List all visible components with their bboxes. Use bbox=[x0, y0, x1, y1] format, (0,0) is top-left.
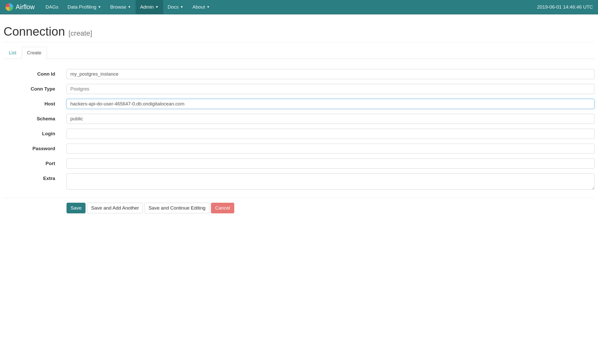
row-login: Login bbox=[4, 129, 594, 139]
brand[interactable]: Airflow bbox=[5, 3, 41, 11]
navbar: Airflow DAGs Data Profiling ▼ Browse ▼ A… bbox=[0, 0, 598, 14]
chevron-down-icon: ▼ bbox=[128, 5, 131, 9]
page-subtitle: [create] bbox=[69, 29, 92, 37]
navbar-nav: DAGs Data Profiling ▼ Browse ▼ Admin ▼ D… bbox=[41, 0, 214, 14]
nav-admin[interactable]: Admin ▼ bbox=[136, 0, 163, 14]
chevron-down-icon: ▼ bbox=[180, 5, 183, 9]
login-input[interactable] bbox=[67, 129, 594, 139]
nav-item-label: About bbox=[193, 4, 205, 10]
row-host: Host bbox=[4, 99, 594, 109]
label-login: Login bbox=[4, 129, 67, 136]
nav-data-profiling[interactable]: Data Profiling ▼ bbox=[63, 0, 106, 14]
airflow-logo-icon bbox=[5, 3, 14, 11]
chevron-down-icon: ▼ bbox=[98, 5, 101, 9]
connection-form: Conn Id Conn Type Host Schema Login bbox=[4, 59, 594, 198]
tab-list[interactable]: List bbox=[4, 47, 22, 59]
cancel-button[interactable]: Cancel bbox=[211, 203, 234, 213]
nav-item-label: Data Profiling bbox=[68, 4, 96, 10]
tabs: List Create bbox=[4, 47, 594, 59]
main-container: Connection [create] List Create Conn Id … bbox=[0, 14, 598, 223]
nav-about[interactable]: About ▼ bbox=[188, 0, 215, 14]
form-actions: Save Save and Add Another Save and Conti… bbox=[4, 198, 594, 213]
schema-input[interactable] bbox=[67, 114, 594, 124]
page-header: Connection [create] bbox=[4, 19, 594, 42]
label-schema: Schema bbox=[4, 114, 67, 122]
navbar-timestamp: 2019-06-01 14:46:46 UTC bbox=[537, 4, 593, 10]
page-title: Connection bbox=[4, 25, 65, 38]
conn-id-input[interactable] bbox=[67, 69, 594, 79]
port-input[interactable] bbox=[67, 158, 594, 169]
chevron-down-icon: ▼ bbox=[155, 5, 159, 9]
label-port: Port bbox=[4, 158, 67, 166]
host-input[interactable] bbox=[67, 99, 594, 109]
save-continue-editing-button[interactable]: Save and Continue Editing bbox=[144, 203, 209, 213]
row-conn-type: Conn Type bbox=[4, 84, 594, 94]
label-extra: Extra bbox=[4, 173, 67, 181]
row-schema: Schema bbox=[4, 114, 594, 124]
nav-item-label: Docs bbox=[168, 4, 179, 10]
password-input[interactable] bbox=[67, 144, 594, 154]
extra-textarea[interactable] bbox=[67, 173, 594, 190]
label-host: Host bbox=[4, 99, 67, 107]
label-password: Password bbox=[4, 144, 67, 151]
tab-create[interactable]: Create bbox=[22, 47, 47, 59]
nav-docs[interactable]: Docs ▼ bbox=[163, 0, 188, 14]
save-button[interactable]: Save bbox=[67, 203, 86, 213]
row-port: Port bbox=[4, 158, 594, 169]
nav-dags[interactable]: DAGs bbox=[41, 0, 63, 14]
nav-browse[interactable]: Browse ▼ bbox=[106, 0, 136, 14]
label-conn-id: Conn Id bbox=[4, 69, 67, 77]
save-add-another-button[interactable]: Save and Add Another bbox=[87, 203, 143, 213]
row-extra: Extra bbox=[4, 173, 594, 191]
conn-type-select[interactable] bbox=[67, 84, 594, 94]
nav-item-label: Admin bbox=[140, 4, 154, 10]
row-password: Password bbox=[4, 144, 594, 154]
row-conn-id: Conn Id bbox=[4, 69, 594, 79]
nav-item-label: Browse bbox=[110, 4, 126, 10]
chevron-down-icon: ▼ bbox=[206, 5, 210, 9]
nav-item-label: DAGs bbox=[46, 4, 58, 10]
label-conn-type: Conn Type bbox=[4, 84, 67, 92]
brand-text: Airflow bbox=[16, 3, 35, 11]
